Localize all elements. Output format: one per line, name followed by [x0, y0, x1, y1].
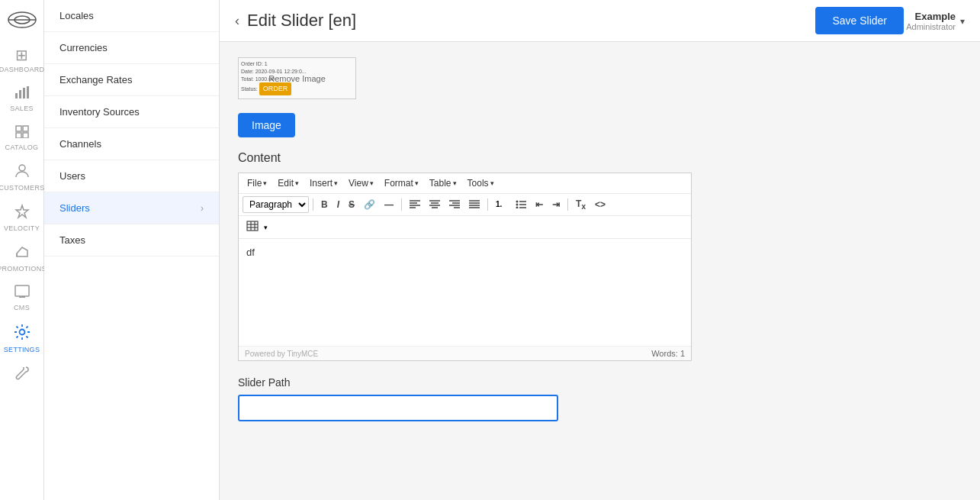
user-dropdown-caret: ▾ — [960, 16, 965, 27]
image-preview-container: Order ID: 1 Date: 2020-09-01 12:29:0... … — [238, 57, 962, 99]
sidebar-item-inventory-sources[interactable]: Inventory Sources — [44, 96, 219, 128]
svg-rect-7 — [16, 126, 21, 131]
svg-rect-40 — [247, 221, 258, 231]
svg-rect-9 — [16, 133, 21, 138]
menu-file[interactable]: File ▾ — [243, 176, 272, 191]
svg-rect-14 — [15, 285, 29, 296]
menu-table[interactable]: Table ▾ — [425, 176, 461, 191]
ordered-list-button[interactable]: 1. — [492, 197, 510, 213]
nav-catalog[interactable]: CATALOG — [0, 118, 43, 157]
svg-point-36 — [516, 203, 519, 205]
strikethrough-button[interactable]: S — [345, 197, 358, 212]
toolbar-separator-1 — [313, 198, 313, 211]
nav-tools[interactable] — [0, 360, 43, 392]
hr-button[interactable]: — — [381, 197, 397, 212]
top-header: ‹ Edit Slider [en] Example Administrator… — [220, 0, 980, 42]
word-count: Words: 1 — [651, 349, 685, 358]
toolbar-separator-3 — [487, 198, 488, 211]
nav-promotions[interactable]: PROMOTIONS — [0, 238, 43, 279]
sidebar-item-channels[interactable]: Channels — [44, 128, 219, 160]
menu-view-caret: ▾ — [370, 179, 374, 187]
nav-settings[interactable]: SETTINGS — [0, 318, 43, 360]
menu-tools[interactable]: Tools ▾ — [463, 176, 499, 191]
slider-path-input[interactable] — [238, 395, 558, 421]
menu-insert[interactable]: Insert ▾ — [305, 176, 342, 191]
arrow-annotation — [220, 399, 230, 440]
clear-format-button[interactable]: Tx — [572, 196, 590, 213]
app-logo — [5, 8, 40, 32]
svg-rect-6 — [27, 86, 29, 98]
table-insert-button[interactable] — [243, 218, 262, 236]
svg-rect-10 — [23, 133, 28, 138]
svg-text:1.: 1. — [496, 200, 503, 208]
svg-rect-3 — [15, 93, 18, 98]
image-thumbnail: Order ID: 1 Date: 2020-09-01 12:29:0... … — [238, 57, 356, 99]
sidebar-item-locales[interactable]: Locales — [44, 0, 219, 32]
nav-cms[interactable]: CMS — [0, 279, 43, 318]
menu-insert-caret: ▾ — [334, 179, 338, 187]
nav-customers[interactable]: CUSTOMERS — [0, 157, 43, 198]
menu-format[interactable]: Format ▾ — [380, 176, 423, 191]
editor-body[interactable]: df — [239, 239, 691, 346]
align-left-button[interactable] — [406, 197, 424, 213]
menu-edit[interactable]: Edit ▾ — [273, 176, 304, 191]
sales-icon — [14, 85, 30, 103]
save-slider-button[interactable]: Save Slider — [815, 7, 904, 34]
svg-point-38 — [516, 206, 519, 208]
indent-button[interactable]: ⇥ — [548, 197, 564, 212]
powered-by-text: Powered by TinyMCE — [245, 350, 318, 358]
customers-icon — [14, 163, 30, 182]
editor-container: File ▾ Edit ▾ Insert ▾ View ▾ — [238, 173, 692, 361]
sidebar-item-users[interactable]: Users — [44, 160, 219, 192]
svg-rect-15 — [19, 296, 25, 298]
sidebar-item-taxes[interactable]: Taxes — [44, 224, 219, 256]
align-center-button[interactable] — [426, 197, 444, 213]
main-content: ‹ Edit Slider [en] Example Administrator… — [220, 0, 980, 500]
svg-rect-4 — [19, 90, 21, 98]
velocity-icon — [14, 204, 30, 223]
align-justify-button[interactable] — [465, 197, 484, 213]
format-select[interactable]: Paragraph Heading 1 Heading 2 — [243, 196, 309, 213]
promotions-icon — [14, 244, 30, 263]
sidebar-item-exchange-rates[interactable]: Exchange Rates — [44, 64, 219, 96]
align-right-button[interactable] — [445, 197, 464, 213]
toolbar-separator-4 — [567, 198, 568, 211]
content-area: Order ID: 1 Date: 2020-09-01 12:29:0... … — [220, 42, 980, 500]
menu-format-caret: ▾ — [415, 179, 419, 187]
editor-toolbar-row3: ▾ — [239, 216, 691, 239]
source-code-button[interactable]: <> — [591, 197, 609, 212]
menu-edit-caret: ▾ — [295, 179, 299, 187]
content-section-title: Content — [238, 151, 962, 165]
chevron-right-icon: › — [201, 203, 204, 214]
outdent-button[interactable]: ⇤ — [532, 197, 547, 212]
unordered-list-button[interactable] — [512, 197, 530, 213]
content-section: Content File ▾ Edit ▾ Insert ▾ — [238, 151, 962, 361]
sidebar-item-currencies[interactable]: Currencies — [44, 32, 219, 64]
nav-dashboard[interactable]: ⊞ DASHBOARD — [0, 40, 43, 79]
settings-icon — [14, 324, 31, 344]
user-menu[interactable]: Example Administrator ▾ — [906, 0, 965, 42]
back-button[interactable]: ‹ — [235, 14, 239, 27]
svg-point-16 — [19, 330, 24, 335]
slider-path-label: Slider Path — [238, 376, 558, 389]
menu-table-caret: ▾ — [453, 179, 457, 187]
bold-button[interactable]: B — [317, 197, 332, 212]
menu-view[interactable]: View ▾ — [344, 176, 378, 191]
slider-path-section: Slider Path — [238, 376, 558, 421]
link-button[interactable]: 🔗 — [360, 197, 379, 212]
svg-marker-12 — [16, 205, 28, 218]
image-button[interactable]: Image — [238, 113, 295, 137]
editor-toolbar-row1: File ▾ Edit ▾ Insert ▾ View ▾ — [239, 173, 691, 194]
italic-button[interactable]: I — [333, 197, 343, 212]
nav-velocity[interactable]: VELOCITY — [0, 198, 43, 238]
catalog-icon — [14, 124, 30, 142]
toolbar-separator-2 — [401, 198, 402, 211]
svg-rect-5 — [23, 88, 25, 98]
svg-point-11 — [19, 165, 25, 171]
nav-sales[interactable]: SALES — [0, 79, 43, 118]
page-title: Edit Slider [en] — [247, 11, 356, 31]
tools-icon — [14, 366, 30, 385]
thumbnail-overlay-text: Remove Image — [268, 74, 326, 83]
text-sidebar: Locales Currencies Exchange Rates Invent… — [44, 0, 220, 500]
sidebar-item-sliders[interactable]: Sliders › — [44, 192, 219, 224]
